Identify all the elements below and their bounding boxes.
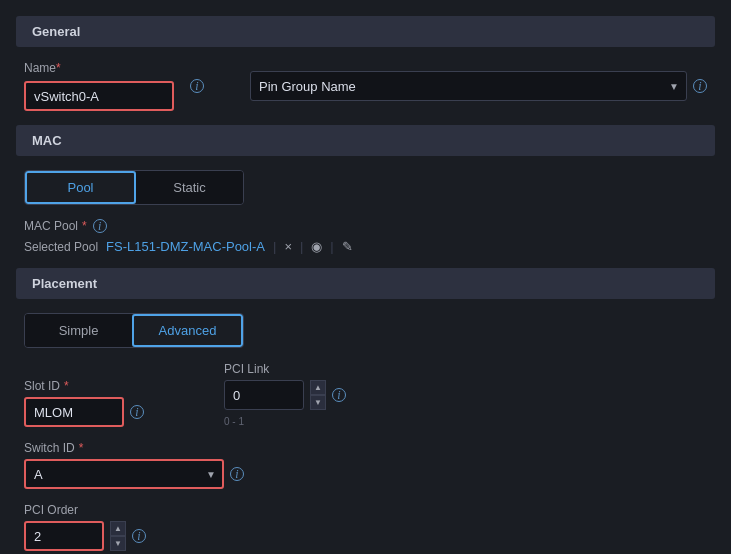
pool-edit-icon[interactable]: ✎ [342,239,353,254]
name-group: Name* [24,61,174,111]
pci-link-group: PCI Link ▲ ▼ i 0 - 1 [224,362,346,427]
pool-clear-icon[interactable]: × [284,239,292,254]
pin-group-select[interactable]: Pin Group Name [250,71,687,101]
general-section: General Name* i Pin Group Name ▼ i [16,16,715,111]
pci-order-label: PCI Order [24,503,707,517]
slot-pci-row: Slot ID * i PCI Link ▲ ▼ i 0 - 1 [16,362,715,427]
switch-id-select[interactable]: A B [24,459,224,489]
pci-link-up-btn[interactable]: ▲ [310,380,326,395]
placement-advanced-tab[interactable]: Advanced [132,314,243,347]
mac-pool-section: MAC Pool * i Selected Pool FS-L151-DMZ-M… [16,219,715,254]
slot-id-label: Slot ID * [24,379,144,393]
switch-id-select-container: A B ▼ [24,459,224,489]
placement-simple-tab[interactable]: Simple [25,314,132,347]
slot-id-info-icon[interactable]: i [130,405,144,419]
mac-static-tab[interactable]: Static [136,171,243,204]
selected-pool-label: Selected Pool [24,240,98,254]
selected-pool-row: Selected Pool FS-L151-DMZ-MAC-Pool-A | ×… [24,239,707,254]
pci-order-up-btn[interactable]: ▲ [110,521,126,536]
placement-section: Placement Simple Advanced Slot ID * i PC… [16,268,715,551]
pin-group-info-icon[interactable]: i [693,79,707,93]
slot-id-input[interactable] [24,397,124,427]
pin-group-select-container: Pin Group Name ▼ [250,71,687,101]
pool-separator2: | [300,239,303,254]
slot-id-input-row: i [24,397,144,427]
pci-link-input[interactable] [224,380,304,410]
mac-pool-tab[interactable]: Pool [25,171,136,204]
pool-view-icon[interactable]: ◉ [311,239,322,254]
pool-value: FS-L151-DMZ-MAC-Pool-A [106,239,265,254]
pci-order-group: PCI Order ▲ ▼ i [16,503,715,551]
mac-pool-info-icon[interactable]: i [93,219,107,233]
general-header: General [16,16,715,47]
pci-link-spinners: ▲ ▼ [310,380,326,410]
name-label: Name* [24,61,174,75]
name-input[interactable] [24,81,174,111]
pci-order-input-wrap: ▲ ▼ i [24,521,707,551]
slot-id-group: Slot ID * i [24,379,144,427]
pool-actions: | × | ◉ | ✎ [273,239,353,254]
switch-id-info-icon[interactable]: i [230,467,244,481]
placement-header: Placement [16,268,715,299]
pci-link-hint: 0 - 1 [224,416,346,427]
general-form-row: Name* i Pin Group Name ▼ i [16,61,715,111]
pci-link-down-btn[interactable]: ▼ [310,395,326,410]
mac-section: MAC Pool Static MAC Pool * i Selected Po… [16,125,715,254]
mac-header: MAC [16,125,715,156]
pci-order-spinners: ▲ ▼ [110,521,126,551]
pool-separator3: | [330,239,333,254]
pci-order-down-btn[interactable]: ▼ [110,536,126,551]
mac-pool-label: MAC Pool * i [24,219,707,233]
name-info-wrap: i [190,79,204,93]
pci-link-info-icon[interactable]: i [332,388,346,402]
pci-link-input-wrap: ▲ ▼ i [224,380,346,410]
pci-order-input[interactable] [24,521,104,551]
switch-id-group: Switch ID * A B ▼ i [16,441,715,489]
pci-link-label: PCI Link [224,362,346,376]
mac-toggle-group: Pool Static [24,170,244,205]
switch-id-input-wrap: A B ▼ i [24,459,707,489]
pci-order-info-icon[interactable]: i [132,529,146,543]
placement-toggle-group: Simple Advanced [24,313,244,348]
switch-id-label: Switch ID * [24,441,707,455]
pool-separator: | [273,239,276,254]
name-info-icon[interactable]: i [190,79,204,93]
